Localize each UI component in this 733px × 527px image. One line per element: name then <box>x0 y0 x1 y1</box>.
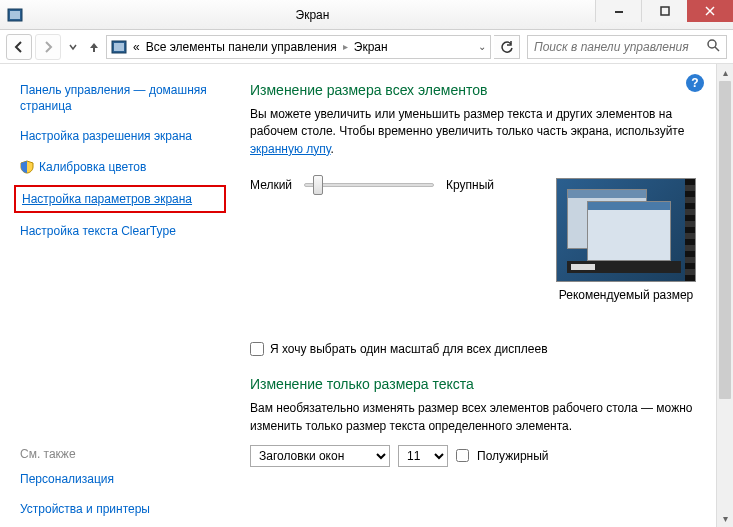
see-also-label: См. также <box>20 447 220 461</box>
search-icon[interactable] <box>706 38 720 55</box>
search-input[interactable] <box>534 40 706 54</box>
address-dropdown-icon[interactable]: ⌄ <box>478 41 486 52</box>
slider-thumb[interactable] <box>313 175 323 195</box>
text-size-description: Вам необязательно изменять размер всех э… <box>250 400 696 435</box>
help-icon[interactable]: ? <box>686 74 704 92</box>
slider-label-small: Мелкий <box>250 178 292 192</box>
window-title: Экран <box>30 8 595 22</box>
scroll-up-button[interactable]: ▴ <box>717 64 733 81</box>
scale-slider[interactable]: Мелкий Крупный <box>250 178 494 192</box>
up-button[interactable] <box>85 34 103 60</box>
slider-track[interactable] <box>304 183 434 187</box>
highlighted-link-box: Настройка параметров экрана <box>14 185 226 213</box>
system-menu-icon[interactable] <box>0 7 30 23</box>
element-select[interactable]: Заголовки окон <box>250 445 390 467</box>
back-button[interactable] <box>6 34 32 60</box>
scroll-down-button[interactable]: ▾ <box>717 510 733 527</box>
svg-point-8 <box>708 40 716 48</box>
scroll-thumb[interactable] <box>719 81 731 399</box>
control-panel-home-link[interactable]: Панель управления — домашняя страница <box>20 82 220 114</box>
sidebar: Панель управления — домашняя страница На… <box>0 64 230 527</box>
single-scale-label[interactable]: Я хочу выбрать один масштаб для всех дис… <box>270 342 548 356</box>
magnifier-link[interactable]: экранную лупу <box>250 142 331 156</box>
color-calibration-link[interactable]: Калибровка цветов <box>39 159 146 175</box>
minimize-button[interactable] <box>595 0 641 22</box>
resolution-settings-link[interactable]: Настройка разрешения экрана <box>20 128 220 144</box>
recommended-size-label: Рекомендуемый размер <box>556 288 696 302</box>
personalization-link[interactable]: Персонализация <box>20 471 220 487</box>
address-bar[interactable]: « Все элементы панели управления ▸ Экран… <box>106 35 491 59</box>
vertical-scrollbar[interactable]: ▴ ▾ <box>716 64 733 527</box>
breadcrumb-item[interactable]: Все элементы панели управления <box>146 40 337 54</box>
bold-label[interactable]: Полужирный <box>477 449 549 463</box>
heading-text-size: Изменение только размера текста <box>250 376 696 392</box>
breadcrumb-root[interactable]: « <box>133 40 140 54</box>
devices-printers-link[interactable]: Устройства и принтеры <box>20 501 220 517</box>
recent-locations-button[interactable] <box>64 34 82 60</box>
heading-resize-all: Изменение размера всех элементов <box>250 82 696 98</box>
shield-icon <box>20 160 34 174</box>
svg-rect-7 <box>114 43 124 51</box>
content-pane: ? Изменение размера всех элементов Вы мо… <box>230 64 716 527</box>
refresh-button[interactable] <box>494 35 520 59</box>
description-text: Вы можете увеличить или уменьшить размер… <box>250 106 696 158</box>
control-panel-icon <box>111 39 127 55</box>
single-scale-checkbox[interactable] <box>250 342 264 356</box>
cleartype-link[interactable]: Настройка текста ClearType <box>20 223 220 239</box>
close-button[interactable] <box>687 0 733 22</box>
breadcrumb-item[interactable]: Экран <box>354 40 388 54</box>
slider-label-large: Крупный <box>446 178 494 192</box>
bold-checkbox[interactable] <box>456 449 469 462</box>
forward-button[interactable] <box>35 34 61 60</box>
search-box[interactable] <box>527 35 727 59</box>
maximize-button[interactable] <box>641 0 687 22</box>
title-bar: Экран <box>0 0 733 30</box>
svg-rect-3 <box>661 7 669 15</box>
navigation-bar: « Все элементы панели управления ▸ Экран… <box>0 30 733 64</box>
font-size-select[interactable]: 11 <box>398 445 448 467</box>
svg-line-9 <box>715 47 719 51</box>
chevron-right-icon: ▸ <box>343 41 348 52</box>
svg-rect-1 <box>10 11 20 19</box>
scale-preview-image <box>556 178 696 282</box>
display-params-link[interactable]: Настройка параметров экрана <box>22 191 218 207</box>
